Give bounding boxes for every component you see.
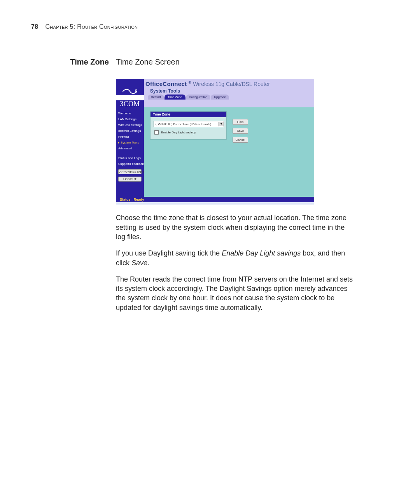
product-brand-reg: ® bbox=[189, 80, 191, 84]
tab-row: Restart Time Zone Configuration Upgrade bbox=[145, 94, 311, 100]
svg-point-0 bbox=[135, 90, 137, 91]
filler bbox=[144, 100, 314, 107]
left-nav: Welcome LAN Settings Wireless Settings I… bbox=[116, 107, 144, 197]
p2-em-1: Enable Day Light savings bbox=[222, 249, 301, 257]
timezone-panel: Time Zone (GMT-08:00) Pacific Time (USA … bbox=[150, 111, 227, 140]
page-number: 78 bbox=[31, 23, 38, 30]
paragraph-3: The Router reads the correct time from N… bbox=[116, 275, 353, 312]
nav-firewall[interactable]: Firewall bbox=[118, 134, 142, 140]
nav-system-tools[interactable]: System Tools bbox=[118, 140, 142, 145]
nav-welcome[interactable]: Welcome bbox=[118, 110, 142, 116]
brand-logo-cell bbox=[116, 79, 144, 95]
tools-title: System Tools bbox=[145, 88, 311, 94]
nav-internet[interactable]: Internet Settings bbox=[118, 128, 142, 134]
running-head: 78 Chapter 5: Router Configuration bbox=[31, 23, 389, 30]
nav-wireless[interactable]: Wireless Settings bbox=[118, 122, 142, 128]
brand-name: 3COM bbox=[116, 100, 144, 107]
timezone-selected-value: (GMT-08:00) Pacific Time (USA & Canada) bbox=[156, 122, 211, 126]
paragraph-1: Choose the time zone that is closest to … bbox=[116, 213, 353, 242]
nav-support[interactable]: Support/Feedback bbox=[118, 161, 142, 167]
tab-timezone[interactable]: Time Zone bbox=[164, 94, 186, 100]
router-ui-screenshot: OfficeConnect ® Wireless 11g Cable/DSL R… bbox=[116, 79, 314, 205]
screenshot-figure: OfficeConnect ® Wireless 11g Cable/DSL R… bbox=[116, 79, 389, 205]
body-text: Choose the time zone that is closest to … bbox=[116, 213, 353, 319]
daylight-label: Enable Day Light savings bbox=[161, 131, 196, 134]
status-bar: Status : Ready bbox=[116, 197, 314, 202]
chapter-title: Chapter 5: Router Configuration bbox=[45, 23, 138, 30]
section-title: Time Zone Screen bbox=[116, 58, 389, 66]
product-subtitle: Wireless 11g Cable/DSL Router bbox=[193, 81, 270, 87]
section-side-label: Time Zone bbox=[31, 58, 109, 66]
nav-advanced[interactable]: Advanced bbox=[118, 145, 142, 151]
dropdown-caret-icon: ▼ bbox=[219, 122, 224, 126]
tab-restart[interactable]: Restart bbox=[148, 94, 164, 100]
apply-restart-button[interactable]: APPLY/RESTART bbox=[118, 169, 142, 174]
nav-lan[interactable]: LAN Settings bbox=[118, 116, 142, 122]
manual-page: 78 Chapter 5: Router Configuration Time … bbox=[0, 0, 420, 504]
p2-part-c: . bbox=[147, 259, 149, 267]
save-button[interactable]: Save bbox=[233, 128, 248, 134]
product-brand: OfficeConnect bbox=[145, 80, 187, 87]
swoosh-icon bbox=[122, 88, 138, 95]
p2-em-2: Save bbox=[131, 259, 147, 267]
paragraph-2: If you use Daylight saving tick the Enab… bbox=[116, 248, 353, 268]
timezone-select[interactable]: (GMT-08:00) Pacific Time (USA & Canada) … bbox=[154, 121, 224, 127]
daylight-checkbox[interactable] bbox=[154, 130, 159, 135]
right-button-column: Help Save Cancel bbox=[233, 119, 248, 143]
content-area: Time Zone (GMT-08:00) Pacific Time (USA … bbox=[144, 107, 314, 197]
title-strip: OfficeConnect ® Wireless 11g Cable/DSL R… bbox=[144, 79, 314, 100]
tab-upgrade[interactable]: Upgrade bbox=[211, 94, 229, 100]
help-button[interactable]: Help bbox=[233, 119, 248, 125]
cancel-button[interactable]: Cancel bbox=[233, 137, 248, 143]
bottom-edge bbox=[116, 202, 314, 205]
nav-status-logs[interactable]: Status and Logs bbox=[118, 155, 142, 161]
p2-part-a: If you use Daylight saving tick the bbox=[116, 249, 222, 257]
tab-configuration[interactable]: Configuration bbox=[186, 94, 211, 100]
panel-title: Time Zone bbox=[150, 112, 226, 117]
logout-button[interactable]: LOGOUT bbox=[118, 177, 142, 182]
